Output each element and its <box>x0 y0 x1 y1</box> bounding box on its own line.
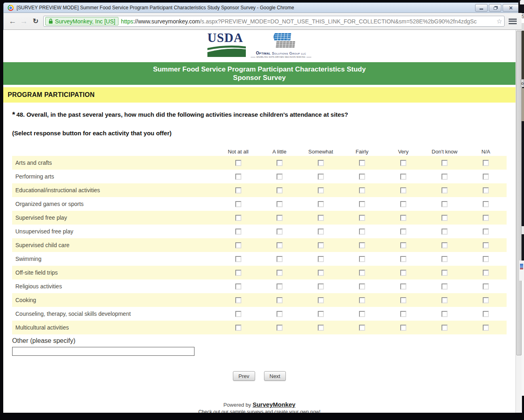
response-checkbox[interactable] <box>277 215 283 221</box>
response-checkbox[interactable] <box>359 187 365 193</box>
response-checkbox[interactable] <box>359 160 365 166</box>
surveymonkey-link[interactable]: SurveyMonkey <box>253 401 296 408</box>
response-checkbox[interactable] <box>318 242 324 248</box>
response-checkbox[interactable] <box>442 297 448 303</box>
response-checkbox[interactable] <box>318 284 324 290</box>
response-checkbox[interactable] <box>400 160 406 166</box>
response-checkbox[interactable] <box>277 160 283 166</box>
response-checkbox[interactable] <box>318 325 324 331</box>
response-checkbox[interactable] <box>277 201 283 207</box>
response-checkbox[interactable] <box>235 215 241 221</box>
response-checkbox[interactable] <box>277 325 283 331</box>
minimize-button[interactable] <box>475 4 488 12</box>
chrome-menu-icon[interactable] <box>509 19 517 24</box>
response-checkbox[interactable] <box>442 187 448 193</box>
bookmark-star-icon[interactable]: ☆ <box>495 17 502 25</box>
response-checkbox[interactable] <box>359 242 365 248</box>
response-checkbox[interactable] <box>442 311 448 317</box>
response-checkbox[interactable] <box>359 256 365 262</box>
response-checkbox[interactable] <box>442 270 448 276</box>
response-checkbox[interactable] <box>483 242 489 248</box>
sample-surveys-link[interactable]: sample surveys <box>230 409 263 413</box>
response-checkbox[interactable] <box>400 325 406 331</box>
reload-icon[interactable]: ↻ <box>30 17 42 25</box>
response-checkbox[interactable] <box>400 270 406 276</box>
response-checkbox[interactable] <box>400 187 406 193</box>
response-checkbox[interactable] <box>235 325 241 331</box>
response-checkbox[interactable] <box>277 270 283 276</box>
response-checkbox[interactable] <box>483 297 489 303</box>
response-checkbox[interactable] <box>235 242 241 248</box>
response-checkbox[interactable] <box>400 311 406 317</box>
response-checkbox[interactable] <box>277 297 283 303</box>
response-checkbox[interactable] <box>235 187 241 193</box>
response-checkbox[interactable] <box>318 256 324 262</box>
response-checkbox[interactable] <box>277 242 283 248</box>
response-checkbox[interactable] <box>277 284 283 290</box>
response-checkbox[interactable] <box>483 215 489 221</box>
response-checkbox[interactable] <box>277 174 283 180</box>
response-checkbox[interactable] <box>235 256 241 262</box>
response-checkbox[interactable] <box>400 201 406 207</box>
prev-button[interactable]: Prev <box>233 371 255 381</box>
response-checkbox[interactable] <box>400 256 406 262</box>
response-checkbox[interactable] <box>483 201 489 207</box>
response-checkbox[interactable] <box>359 297 365 303</box>
response-checkbox[interactable] <box>442 174 448 180</box>
response-checkbox[interactable] <box>318 229 324 235</box>
response-checkbox[interactable] <box>442 201 448 207</box>
response-checkbox[interactable] <box>277 187 283 193</box>
response-checkbox[interactable] <box>483 229 489 235</box>
response-checkbox[interactable] <box>359 270 365 276</box>
next-button[interactable]: Next <box>264 371 286 381</box>
response-checkbox[interactable] <box>442 160 448 166</box>
response-checkbox[interactable] <box>483 325 489 331</box>
response-checkbox[interactable] <box>277 229 283 235</box>
response-checkbox[interactable] <box>442 256 448 262</box>
response-checkbox[interactable] <box>442 242 448 248</box>
response-checkbox[interactable] <box>318 270 324 276</box>
response-checkbox[interactable] <box>318 174 324 180</box>
response-checkbox[interactable] <box>400 215 406 221</box>
response-checkbox[interactable] <box>400 229 406 235</box>
response-checkbox[interactable] <box>442 215 448 221</box>
response-checkbox[interactable] <box>277 256 283 262</box>
response-checkbox[interactable] <box>235 229 241 235</box>
response-checkbox[interactable] <box>359 284 365 290</box>
response-checkbox[interactable] <box>400 242 406 248</box>
ev-certificate-badge[interactable]: SurveyMonkey, Inc [US] <box>45 17 118 25</box>
response-checkbox[interactable] <box>359 215 365 221</box>
response-checkbox[interactable] <box>235 270 241 276</box>
response-checkbox[interactable] <box>235 174 241 180</box>
response-checkbox[interactable] <box>235 201 241 207</box>
response-checkbox[interactable] <box>359 229 365 235</box>
response-checkbox[interactable] <box>359 311 365 317</box>
forward-icon[interactable]: → <box>18 17 30 25</box>
response-checkbox[interactable] <box>442 325 448 331</box>
response-checkbox[interactable] <box>483 284 489 290</box>
window-titlebar[interactable]: [SURVEY PREVIEW MODE] Summer Food Servic… <box>3 2 522 13</box>
response-checkbox[interactable] <box>318 297 324 303</box>
response-checkbox[interactable] <box>277 311 283 317</box>
response-checkbox[interactable] <box>359 201 365 207</box>
response-checkbox[interactable] <box>483 256 489 262</box>
response-checkbox[interactable] <box>483 311 489 317</box>
response-checkbox[interactable] <box>318 187 324 193</box>
close-button[interactable]: ✕ <box>503 4 519 12</box>
response-checkbox[interactable] <box>442 229 448 235</box>
response-checkbox[interactable] <box>359 174 365 180</box>
response-checkbox[interactable] <box>483 187 489 193</box>
response-checkbox[interactable] <box>400 174 406 180</box>
response-checkbox[interactable] <box>235 311 241 317</box>
response-checkbox[interactable] <box>318 311 324 317</box>
response-checkbox[interactable] <box>483 270 489 276</box>
response-checkbox[interactable] <box>359 325 365 331</box>
other-specify-input[interactable] <box>12 347 194 356</box>
restore-button[interactable] <box>489 4 501 12</box>
response-checkbox[interactable] <box>400 297 406 303</box>
response-checkbox[interactable] <box>318 201 324 207</box>
response-checkbox[interactable] <box>235 284 241 290</box>
response-checkbox[interactable] <box>318 160 324 166</box>
address-bar[interactable]: SurveyMonkey, Inc [US] https://www.surve… <box>43 16 505 27</box>
response-checkbox[interactable] <box>483 174 489 180</box>
